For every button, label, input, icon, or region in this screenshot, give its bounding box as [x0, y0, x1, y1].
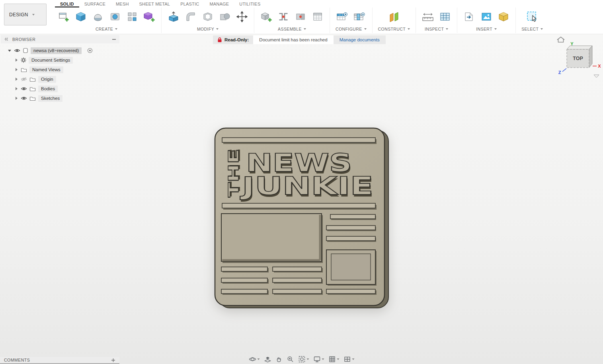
chevron-expanded-icon[interactable]: [8, 50, 11, 52]
orbit-icon: [249, 356, 256, 363]
chevron-collapsed-icon[interactable]: [16, 87, 18, 90]
item-label[interactable]: Document Settings: [29, 57, 73, 64]
item-label[interactable]: Origin: [38, 76, 56, 83]
tab-sheet-metal[interactable]: SHEET METAL: [134, 0, 176, 8]
fillet-button[interactable]: [184, 10, 197, 24]
add-comment-icon[interactable]: [111, 358, 115, 362]
combine-icon: [219, 11, 230, 22]
insert-derive-button[interactable]: [463, 10, 476, 24]
browser-root-row[interactable]: newsa (v8~recovered): [1, 46, 119, 55]
activate-component-radio-icon[interactable]: [87, 48, 93, 53]
construct-dropdown[interactable]: CONSTRUCT: [378, 26, 410, 32]
viewcube-right-face[interactable]: [589, 46, 592, 68]
tab-solid[interactable]: SOLID: [55, 0, 79, 8]
new-component-button[interactable]: [260, 10, 273, 24]
chevron-collapsed-icon[interactable]: [16, 58, 18, 62]
configuration-table-button[interactable]: [353, 10, 365, 24]
browser-row-named-views[interactable]: Named Views: [1, 65, 119, 74]
group-label-insert: INSERT: [476, 27, 492, 31]
select-button[interactable]: [526, 10, 539, 24]
press-pull-button[interactable]: [167, 10, 180, 24]
browser-title: BROWSER: [12, 37, 35, 42]
assemble-dropdown[interactable]: ASSEMBLE: [260, 26, 324, 32]
chevron-collapsed-icon[interactable]: [16, 68, 18, 71]
workspace-label: DESIGN: [9, 12, 28, 18]
tab-manage[interactable]: MANAGE: [204, 0, 234, 8]
item-label[interactable]: Sketches: [38, 95, 62, 102]
modify-dropdown[interactable]: MODIFY: [167, 26, 248, 32]
eye-hidden-icon[interactable]: [21, 77, 27, 82]
create-form-button[interactable]: [143, 10, 156, 24]
create-sketch-button[interactable]: [57, 10, 70, 24]
zoom-icon: [287, 356, 294, 363]
pattern-button[interactable]: [126, 10, 139, 24]
eye-visible-icon[interactable]: [21, 86, 27, 91]
offset-plane-button[interactable]: [388, 10, 400, 24]
tab-utilities[interactable]: UTILITIES: [234, 0, 265, 8]
pan-control[interactable]: [275, 356, 283, 363]
rigid-group-button[interactable]: [311, 10, 324, 24]
measure-button[interactable]: [422, 10, 434, 24]
as-built-joint-button[interactable]: [294, 10, 307, 24]
tab-surface[interactable]: SURFACE: [79, 0, 111, 8]
display-settings-control[interactable]: [312, 356, 325, 363]
look-at-control[interactable]: [263, 356, 272, 363]
hole-button[interactable]: [109, 10, 121, 24]
fusion-app: DESIGN SOLID SURFACE MESH SHEET METAL PL…: [0, 0, 603, 364]
grid-snap-control[interactable]: [328, 356, 340, 363]
browser-row-sketches[interactable]: Sketches: [1, 93, 119, 103]
model-body[interactable]: THE THE NEWS NEWS JUNKIE JUNKIE: [214, 127, 393, 311]
combine-button[interactable]: [219, 10, 231, 24]
workspace-switcher[interactable]: DESIGN: [4, 4, 47, 25]
viewcube-top-face[interactable]: [567, 46, 592, 49]
item-label[interactable]: Bodies: [38, 86, 58, 92]
shell-button[interactable]: [201, 10, 214, 24]
configure-dropdown[interactable]: CONFIGURE: [336, 26, 367, 32]
eye-visible-icon[interactable]: [21, 96, 27, 101]
inspect-dropdown[interactable]: INSPECT: [422, 26, 451, 32]
fit-control[interactable]: [297, 356, 310, 363]
group-label-modify: MODIFY: [197, 27, 214, 31]
canvas-button[interactable]: [480, 10, 493, 24]
viewports-icon: [343, 356, 351, 363]
insert-mesh-button[interactable]: [497, 10, 510, 24]
viewcube-face-label[interactable]: TOP: [573, 56, 583, 61]
right-column-bars: [326, 214, 376, 242]
viewcube-menu-icon[interactable]: [594, 75, 599, 78]
select-dropdown[interactable]: SELECT: [521, 26, 543, 32]
item-label[interactable]: Named Views: [29, 66, 63, 73]
navigation-bar: [248, 355, 355, 363]
chevron-collapsed-icon[interactable]: [16, 78, 18, 81]
manage-documents-link[interactable]: Manage documents: [334, 37, 386, 42]
orbit-control[interactable]: [248, 356, 260, 363]
minimize-panel-icon[interactable]: [112, 39, 116, 40]
comments-title: COMMENTS: [4, 358, 30, 362]
home-icon[interactable]: [557, 37, 564, 42]
move-copy-button[interactable]: [236, 10, 248, 24]
box-button[interactable]: [74, 10, 87, 24]
root-label[interactable]: newsa (v8~recovered): [31, 47, 82, 54]
group-label-inspect: INSPECT: [425, 27, 444, 31]
eye-visible-icon[interactable]: [14, 48, 20, 53]
comments-bar[interactable]: COMMENTS: [0, 357, 119, 364]
group-label-assemble: ASSEMBLE: [278, 27, 302, 31]
interference-button[interactable]: [439, 10, 451, 24]
chevron-collapsed-icon[interactable]: [16, 97, 18, 100]
grid-icon: [328, 356, 336, 363]
browser-row-bodies[interactable]: Bodies: [1, 84, 119, 93]
configure-button[interactable]: [336, 10, 348, 24]
joint-button[interactable]: [277, 10, 290, 24]
revolve-button[interactable]: [92, 10, 104, 24]
create-dropdown[interactable]: CREATE: [57, 26, 156, 32]
viewports-control[interactable]: [343, 356, 355, 363]
viewcube[interactable]: Y TOP X Z: [552, 36, 602, 79]
collapse-panel-icon[interactable]: [4, 37, 8, 41]
plaque[interactable]: THE THE NEWS NEWS JUNKIE JUNKIE: [215, 128, 388, 308]
group-label-select: SELECT: [521, 27, 539, 31]
tab-plastic[interactable]: PLASTIC: [175, 0, 204, 8]
insert-dropdown[interactable]: INSERT: [463, 26, 510, 32]
browser-row-origin[interactable]: Origin: [1, 74, 119, 84]
tab-mesh[interactable]: MESH: [111, 0, 134, 8]
zoom-control[interactable]: [286, 356, 295, 363]
browser-row-document-settings[interactable]: Document Settings: [1, 55, 119, 65]
